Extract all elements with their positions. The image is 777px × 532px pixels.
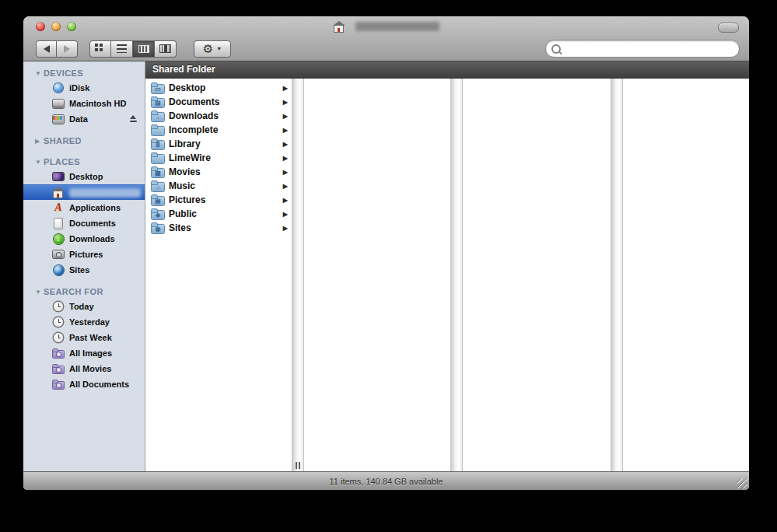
folder-row-documents[interactable]: ▤ Documents ▶ (145, 95, 292, 109)
column-2-scrollbar[interactable] (450, 79, 463, 471)
disclosure-arrow-icon: ▶ (283, 183, 288, 190)
view-mode-control (89, 40, 177, 58)
disclosure-triangle-icon: ▶ (35, 138, 44, 145)
folder-label: Public (169, 208, 197, 219)
list-view-button[interactable] (111, 40, 133, 58)
folder-row-pictures[interactable]: ▣ Pictures ▶ (145, 193, 292, 207)
sidebar-item-label: All Images (69, 348, 112, 358)
column-view-icon (138, 45, 149, 53)
folder-icon: ♪ (152, 181, 164, 191)
window-body: ▼ DEVICES iDisk Macintosh HD Data ▶ SHAR… (23, 61, 749, 471)
sidebar-section-header-search-for[interactable]: ▼ SEARCH FOR (23, 285, 145, 299)
home-icon (52, 187, 65, 198)
applications-icon (52, 202, 65, 214)
toolbar-toggle-lozenge[interactable] (718, 23, 739, 33)
sidebar-item-label: Applications (69, 203, 121, 212)
sidebar-item-data[interactable]: Data (23, 111, 145, 127)
column-1: ▭ Desktop ▶ ▤ Documents ▶ ↓ Downloads ▶ … (145, 79, 292, 471)
smart-folder-icon (52, 379, 65, 390)
sidebar-item-all-documents[interactable]: All Documents (23, 376, 145, 392)
sidebar-item-sites[interactable]: Sites (23, 262, 145, 278)
action-menu-button[interactable]: ⚙ ▼ (194, 40, 231, 58)
sidebar-item-macintosh-hd[interactable]: Macintosh HD (23, 96, 145, 111)
home-icon (333, 21, 345, 33)
titlebar[interactable] (23, 16, 749, 37)
sidebar-item-all-images[interactable]: All Images (23, 345, 145, 361)
macintosh-hd-icon (52, 98, 65, 110)
disclosure-triangle-icon: ▼ (35, 289, 44, 296)
disclosure-arrow-icon: ▶ (283, 169, 288, 176)
coverflow-view-icon (159, 44, 171, 53)
sidebar: ▼ DEVICES iDisk Macintosh HD Data ▶ SHAR… (23, 61, 145, 471)
folder-row-public[interactable]: ◈ Public ▶ (145, 207, 292, 221)
folder-label: Desktop (169, 82, 205, 93)
folder-row-movies[interactable]: ▦ Movies ▶ (145, 165, 292, 179)
disclosure-arrow-icon: ▶ (283, 85, 288, 92)
desktop-icon (52, 171, 65, 183)
finder-window: ⚙ ▼ ▼ DEVICES iDisk Macintosh HD Data ▶ … (23, 16, 749, 490)
column-resize-handle[interactable] (296, 462, 300, 469)
disclosure-arrow-icon: ▶ (283, 211, 288, 218)
sidebar-item-all-movies[interactable]: All Movies (23, 361, 145, 376)
sidebar-item-past-week[interactable]: Past Week (23, 330, 145, 345)
back-button[interactable] (36, 40, 57, 58)
folder-icon: ▤ (152, 97, 164, 107)
sidebar-item-documents[interactable]: Documents (23, 215, 145, 231)
toolbar: ⚙ ▼ (23, 37, 749, 62)
column-1-scrollbar[interactable] (292, 79, 304, 471)
folder-row-limewire[interactable]: LimeWire ▶ (145, 151, 292, 165)
sidebar-item-pictures[interactable]: Pictures (23, 247, 145, 262)
sidebar-item-yesterday[interactable]: Yesterday (23, 314, 145, 330)
sidebar-item-home[interactable] (23, 184, 145, 200)
downloads-icon (52, 233, 65, 245)
clock-icon (52, 301, 65, 313)
folder-icon (152, 125, 164, 135)
folder-label: LimeWire (169, 152, 211, 163)
sidebar-item-downloads[interactable]: Downloads (23, 231, 145, 247)
sidebar-section-label: SEARCH FOR (44, 287, 103, 296)
resize-grip-icon[interactable] (737, 478, 747, 488)
sidebar-item-label: Documents (69, 219, 116, 228)
folder-row-sites[interactable]: ◉ Sites ▶ (145, 221, 292, 235)
folder-icon: ◈ (152, 209, 164, 219)
coverflow-view-button[interactable] (155, 40, 177, 58)
sidebar-section-header-devices[interactable]: ▼ DEVICES (23, 66, 145, 80)
folder-row-library[interactable]: Ⅲ Library ▶ (145, 137, 292, 151)
navigation-buttons (36, 40, 78, 58)
search-field[interactable] (545, 40, 740, 58)
column-view-button[interactable] (133, 40, 155, 58)
column-3-scrollbar[interactable] (611, 79, 623, 471)
folder-row-incomplete[interactable]: Incomplete ▶ (145, 123, 292, 137)
idisk-icon (52, 82, 65, 94)
clock-icon (52, 317, 65, 328)
folder-row-downloads[interactable]: ↓ Downloads ▶ (145, 109, 292, 123)
sidebar-item-idisk[interactable]: iDisk (23, 80, 145, 96)
folder-label: Library (169, 138, 201, 149)
data-disk-icon (52, 114, 65, 125)
clock-icon (52, 332, 65, 344)
column-header: Shared Folder (145, 61, 749, 79)
disclosure-arrow-icon: ▶ (283, 127, 288, 134)
sidebar-item-label: Downloads (69, 234, 115, 243)
folder-row-music[interactable]: ♪ Music ▶ (145, 179, 292, 193)
sidebar-item-desktop[interactable]: Desktop (23, 169, 145, 184)
sidebar-item-today[interactable]: Today (23, 299, 145, 314)
sidebar-item-label: Desktop (69, 172, 103, 181)
icon-view-button[interactable] (89, 40, 111, 58)
menu-dropdown-arrow-icon: ▼ (216, 46, 222, 51)
sidebar-item-label: Data (69, 114, 88, 124)
sidebar-item-label: iDisk (69, 83, 89, 93)
disclosure-triangle-icon: ▼ (35, 70, 44, 77)
forward-button[interactable] (57, 40, 78, 58)
search-input[interactable] (565, 40, 739, 58)
folder-row-desktop[interactable]: ▭ Desktop ▶ (145, 81, 292, 95)
sidebar-section-header-shared[interactable]: ▶ SHARED (23, 134, 145, 148)
redacted-window-title (355, 22, 439, 31)
sidebar-section-header-places[interactable]: ▼ PLACES (23, 155, 145, 169)
disclosure-arrow-icon: ▶ (283, 99, 288, 106)
sidebar-item-applications[interactable]: Applications (23, 200, 145, 215)
disclosure-arrow-icon: ▶ (283, 141, 288, 148)
sites-icon (52, 264, 65, 276)
eject-icon[interactable] (128, 115, 138, 123)
smart-folder-icon (52, 363, 65, 375)
